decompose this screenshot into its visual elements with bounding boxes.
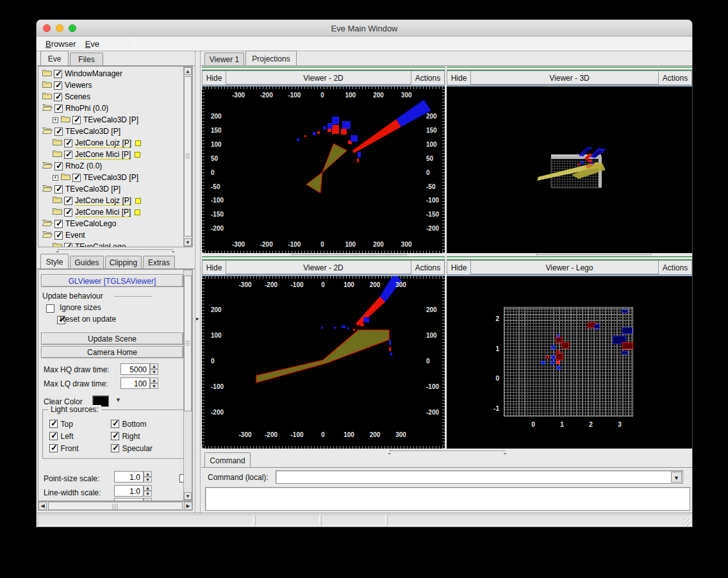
- spin-down-icon[interactable]: ▼: [150, 369, 158, 375]
- splitter-arrow-icon[interactable]: ▸: [196, 315, 199, 322]
- tree-item[interactable]: TEveCalo3D [P]: [40, 126, 183, 137]
- tree-item-label[interactable]: TEveCalo3D [P]: [65, 127, 120, 136]
- tree-item-label[interactable]: RhoPhi (0.0): [65, 104, 108, 113]
- tree-item-checkbox[interactable]: [54, 93, 62, 101]
- jetcone-color-swatch[interactable]: [135, 198, 141, 204]
- tree-item-checkbox[interactable]: [54, 128, 63, 136]
- tab-files[interactable]: Files: [70, 53, 103, 65]
- tree-item-checkbox[interactable]: [72, 116, 81, 124]
- light-left-checkbox[interactable]: [49, 432, 58, 440]
- tree-item[interactable]: TEveCalo3D [P]: [40, 183, 183, 195]
- spin-up-icon[interactable]: ▲: [150, 363, 158, 369]
- jetcone-color-swatch[interactable]: [135, 210, 140, 215]
- spin-up-icon[interactable]: ▲: [144, 485, 152, 491]
- camera-home-button[interactable]: Camera Home: [41, 346, 183, 358]
- tree-item-label[interactable]: TEveCaloLego: [65, 219, 116, 228]
- tree-item-checkbox[interactable]: [54, 231, 63, 240]
- tree-item[interactable]: +TEveCalo3D [P]: [40, 172, 183, 183]
- expand-plus-icon[interactable]: +: [53, 175, 58, 181]
- light-front-checkbox[interactable]: [49, 444, 58, 452]
- update-scene-button[interactable]: Update Scene: [41, 333, 183, 345]
- command-splitter[interactable]: ⌄⌄: [202, 449, 692, 453]
- tree-scroll-thumb[interactable]: ☰: [184, 76, 192, 236]
- tab-projections[interactable]: Projections: [245, 51, 297, 65]
- tree-item-checkbox[interactable]: [64, 151, 72, 159]
- tree-item[interactable]: JetCone Lojz [P]: [40, 195, 183, 206]
- max-hq-value[interactable]: 5000: [120, 363, 150, 375]
- actions-button[interactable]: Actions: [411, 261, 444, 275]
- point-size-value[interactable]: 1.0: [114, 471, 144, 483]
- tab-viewer-1[interactable]: Viewer 1: [204, 53, 244, 65]
- tree-item-checkbox[interactable]: [54, 162, 63, 170]
- spin-down-icon[interactable]: ▼: [144, 491, 152, 497]
- ignore-sizes-checkbox[interactable]: [46, 304, 54, 313]
- tree-item-label[interactable]: TEveCalo3D [P]: [83, 173, 138, 182]
- tree-item-label[interactable]: Event: [65, 231, 85, 240]
- tree-item[interactable]: TEveCaloLego: [40, 241, 183, 247]
- expand-plus-icon[interactable]: +: [53, 117, 58, 123]
- spin-up-icon[interactable]: ▲: [150, 377, 158, 383]
- tree-item-label[interactable]: TEveCalo3D [P]: [83, 115, 138, 124]
- scroll-up-arrow-icon[interactable]: ▲: [184, 67, 192, 75]
- tree-item-checkbox[interactable]: [54, 185, 63, 194]
- menu-browser[interactable]: Browser: [46, 39, 76, 49]
- tree-item-label[interactable]: TEveCalo3D [P]: [65, 185, 120, 194]
- tree-item-checkbox[interactable]: [64, 197, 72, 205]
- line-width-value[interactable]: 1.0: [114, 485, 144, 497]
- clear-color-dropdown-icon[interactable]: ▼: [113, 397, 124, 406]
- tree-item-label[interactable]: TEveCaloLego: [75, 242, 126, 247]
- tree-item-label[interactable]: JetCone Mici [P]: [75, 150, 131, 160]
- scroll-down-arrow-icon[interactable]: ▼: [184, 238, 192, 246]
- menu-eve[interactable]: Eve: [85, 39, 99, 49]
- tree-item-checkbox[interactable]: [54, 70, 62, 78]
- scroll-right-arrow-icon[interactable]: ▶: [184, 502, 192, 510]
- tree-item-label[interactable]: Viewers: [65, 81, 92, 90]
- actions-button[interactable]: Actions: [658, 71, 691, 85]
- tree-item[interactable]: JetCone Mici [P]: [40, 206, 183, 218]
- light-right-checkbox[interactable]: [111, 432, 119, 440]
- left-horizontal-scrollbar[interactable]: ◀ ▶ |||: [38, 501, 193, 511]
- resize-grip[interactable]: [683, 518, 691, 526]
- tree-item-label[interactable]: JetCone Mici [P]: [75, 208, 131, 217]
- tree-item[interactable]: TEveCaloLego: [40, 218, 183, 229]
- viewer-2d-bottom-canvas[interactable]: -300-200-1000100200300 -300-200-10001002…: [202, 276, 445, 449]
- tree-item-checkbox[interactable]: [54, 81, 62, 90]
- command-output[interactable]: [205, 487, 690, 511]
- tree-item-checkbox[interactable]: [72, 174, 81, 182]
- tree-item[interactable]: Scenes: [40, 91, 183, 103]
- actions-button[interactable]: Actions: [658, 261, 691, 275]
- tree-item-checkbox[interactable]: [54, 220, 63, 228]
- tab-extras[interactable]: Extras: [143, 256, 175, 268]
- hscroll-thumb[interactable]: |||: [48, 502, 183, 510]
- tree-item-label[interactable]: RhoZ (0.0): [65, 161, 102, 170]
- tree-item-label[interactable]: JetCone Lojz [P]: [75, 138, 131, 148]
- tab-style[interactable]: Style: [40, 254, 69, 268]
- tree-item-checkbox[interactable]: [64, 139, 72, 147]
- tree-item[interactable]: RhoPhi (0.0): [40, 103, 183, 114]
- tab-command[interactable]: Command: [204, 452, 251, 467]
- jetcone-color-swatch[interactable]: [135, 152, 140, 158]
- command-input[interactable]: ▼: [276, 470, 683, 484]
- max-lq-value[interactable]: 100: [120, 377, 150, 389]
- light-specular-checkbox[interactable]: [111, 444, 119, 452]
- viewer-2d-top-canvas[interactable]: -300-200-1000100200300 -300-200-10001002…: [202, 87, 445, 253]
- tree-item[interactable]: JetCone Mici [P]: [40, 149, 183, 160]
- style-vertical-scrollbar[interactable]: ▼ ☰: [183, 270, 192, 500]
- scroll-left-arrow-icon[interactable]: ◀: [38, 502, 47, 510]
- tree-vertical-scrollbar[interactable]: ▲ ▼ ☰: [183, 67, 192, 247]
- command-dropdown-icon[interactable]: ▼: [671, 472, 682, 483]
- light-bottom-checkbox[interactable]: [111, 420, 119, 428]
- tab-eve[interactable]: Eve: [40, 51, 69, 65]
- spin-down-icon[interactable]: ▼: [144, 477, 152, 483]
- tab-guides[interactable]: Guides: [70, 256, 104, 268]
- tree-item[interactable]: +TEveCalo3D [P]: [40, 114, 183, 126]
- tree-item[interactable]: JetCone Lojz [P]: [40, 137, 183, 149]
- viewer-lego-canvas[interactable]: 0123 210-1: [447, 276, 692, 449]
- jetcone-color-swatch[interactable]: [135, 140, 141, 146]
- viewer-3d-canvas[interactable]: [447, 87, 692, 253]
- actions-button[interactable]: Actions: [411, 71, 444, 85]
- style-scroll-thumb[interactable]: ☰: [184, 276, 192, 411]
- tree-item[interactable]: WindowManager: [40, 68, 183, 79]
- tree-item-checkbox[interactable]: [54, 104, 63, 113]
- tree-item-checkbox[interactable]: [64, 243, 72, 248]
